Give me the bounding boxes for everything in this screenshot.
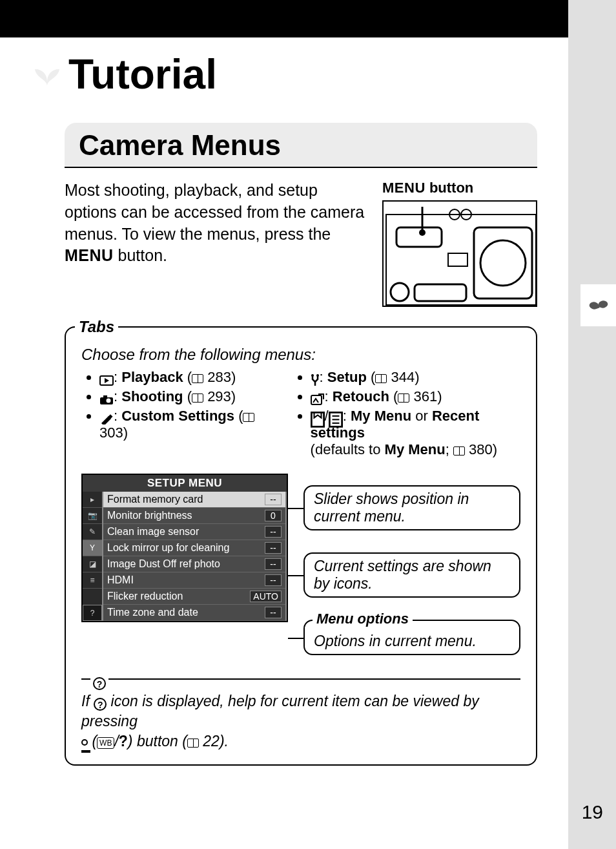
svg-point-6: [419, 229, 426, 236]
menu-item: : Custom Settings ( 303): [99, 408, 273, 441]
screen-row-value: --: [265, 574, 282, 586]
svg-rect-13: [103, 395, 107, 398]
screen-row-label: Image Dust Off ref photo: [107, 558, 220, 570]
book-icon: [192, 374, 203, 383]
screen-row-value: 0: [265, 510, 282, 521]
screen-tab-column: ▸ 📷 ✎ Y ◪ ≡ ?: [83, 492, 102, 621]
screen-body: ▸ 📷 ✎ Y ◪ ≡ ? Format memory card--Monito…: [83, 492, 287, 621]
question-circle-icon: ?: [94, 698, 107, 711]
menu-columns: : Playback ( 283) : Shooting ( 293) : Cu…: [81, 369, 520, 461]
wb-icon: WB: [97, 737, 114, 749]
section-heading-bar: Camera Menus: [65, 123, 537, 168]
screen-row-label: Time zone and date: [107, 607, 198, 618]
callouts: Slider shows position in current menu. C…: [303, 474, 520, 655]
screen-row: Time zone and date--: [103, 605, 285, 621]
svg-point-17: [316, 374, 319, 377]
screen-row: Monitor brightness0: [103, 508, 285, 524]
menu-list-left: : Playback ( 283) : Shooting ( 293) : Cu…: [81, 369, 273, 461]
tabs-label: Tabs: [75, 318, 118, 336]
tab-playback-icon: ▸: [83, 492, 102, 508]
title-row: Tutorial: [0, 37, 568, 105]
sprout-icon-large: [31, 60, 63, 89]
svg-marker-11: [105, 378, 109, 383]
menu-item: /: My Menu or Recent settings(defaults t…: [311, 408, 520, 458]
screen-row-label: Lock mirror up for cleaning: [107, 542, 229, 554]
screen-row-value: --: [265, 558, 282, 570]
screen-row-label: Flicker reduction: [107, 591, 183, 602]
page-content: Tutorial Camera Menus Most shooting, pla…: [0, 37, 568, 766]
retouch-icon: [311, 392, 325, 403]
right-gray-margin: [568, 0, 616, 849]
screen-row: SETUP MENU ▸ 📷 ✎ Y ◪ ≡ ? Format memory c…: [81, 474, 520, 655]
tab-shooting-icon: 📷: [83, 508, 102, 524]
setup-icon: [311, 373, 320, 383]
top-black-bar: [0, 0, 568, 37]
custom-settings-icon: [99, 412, 114, 422]
intro-text: Most shooting, playback, and setup optio…: [65, 180, 369, 307]
menu-item: : Shooting ( 293): [99, 388, 273, 405]
svg-point-16: [311, 374, 314, 377]
tab-setup-icon: Y: [83, 540, 102, 556]
tabs-diagram: Tabs Choose from the following menus: : …: [65, 326, 537, 766]
screen-row-label: Clean image sensor: [107, 526, 199, 538]
tab-help-icon: ?: [83, 605, 102, 621]
menu-item: : Setup ( 344): [311, 369, 520, 386]
tab-mymenu-icon: ≡: [83, 572, 102, 589]
menu-glyph: MENU: [65, 246, 114, 264]
menu-options-label: Menu options: [313, 611, 413, 627]
callout-slider: Slider shows position in current menu.: [303, 485, 520, 530]
screen-list: Format memory card--Monitor brightness0C…: [102, 492, 287, 621]
tab-custom-icon: ✎: [83, 524, 102, 540]
screen-row-value: --: [265, 542, 282, 554]
chapter-thumb-tab: [580, 284, 616, 326]
menu-button-caption: MENU button: [382, 180, 537, 196]
book-icon: [453, 446, 465, 456]
svg-point-14: [107, 399, 111, 403]
screen-title: SETUP MENU: [83, 475, 287, 492]
page-title: Tutorial: [68, 50, 217, 98]
screen-row: Image Dust Off ref photo--: [103, 556, 285, 572]
screen-row-label: HDMI: [107, 574, 134, 586]
menu-item: : Playback ( 283): [99, 369, 273, 386]
recent-icon: [329, 412, 343, 422]
screen-row: Format memory card--: [103, 492, 285, 508]
tab-retouch-icon: ◪: [83, 556, 102, 572]
screen-row-label: Monitor brightness: [107, 510, 192, 521]
mymenu-icon: [311, 412, 325, 422]
help-badge: ?: [90, 671, 108, 691]
book-icon: [375, 374, 387, 383]
page-number: 19: [582, 801, 603, 823]
camera-column: MENU button: [382, 180, 537, 307]
screen-row: Flicker reductionAUTO: [103, 589, 285, 605]
menu-item: : Retouch ( 361): [311, 388, 520, 405]
camera-screen: SETUP MENU ▸ 📷 ✎ Y ◪ ≡ ? Format memory c…: [81, 474, 288, 622]
screen-row-value: --: [265, 607, 282, 618]
callout-menu-options: Menu options Options in current menu.: [303, 620, 520, 655]
screen-row-value: --: [265, 526, 282, 538]
shooting-icon: [99, 392, 114, 403]
sprout-icon: [588, 298, 609, 313]
callout-icons: Current settings are shown by icons.: [303, 552, 520, 598]
tabs-subtitle: Choose from the following menus:: [81, 346, 520, 364]
question-circle-icon: ?: [93, 677, 106, 690]
playback-icon: [99, 373, 114, 383]
screen-row: Lock mirror up for cleaning--: [103, 540, 285, 556]
key-icon: [81, 739, 88, 746]
menu-list-right: : Setup ( 344) : Retouch ( 361) /: My Me…: [293, 369, 520, 461]
screen-row-value: --: [265, 494, 282, 505]
book-icon: [243, 413, 254, 422]
screen-row: HDMI--: [103, 572, 285, 589]
screen-row: Clean image sensor--: [103, 524, 285, 540]
book-icon: [398, 393, 409, 403]
book-icon: [192, 393, 203, 403]
intro-row: Most shooting, playback, and setup optio…: [0, 171, 568, 307]
screen-row-label: Format memory card: [107, 494, 203, 505]
section-heading: Camera Menus: [79, 129, 523, 162]
help-box: ? If ? icon is displayed, help for curre…: [81, 678, 520, 751]
book-icon: [187, 739, 199, 748]
screen-row-value: AUTO: [250, 591, 282, 602]
camera-illustration: [382, 200, 537, 307]
